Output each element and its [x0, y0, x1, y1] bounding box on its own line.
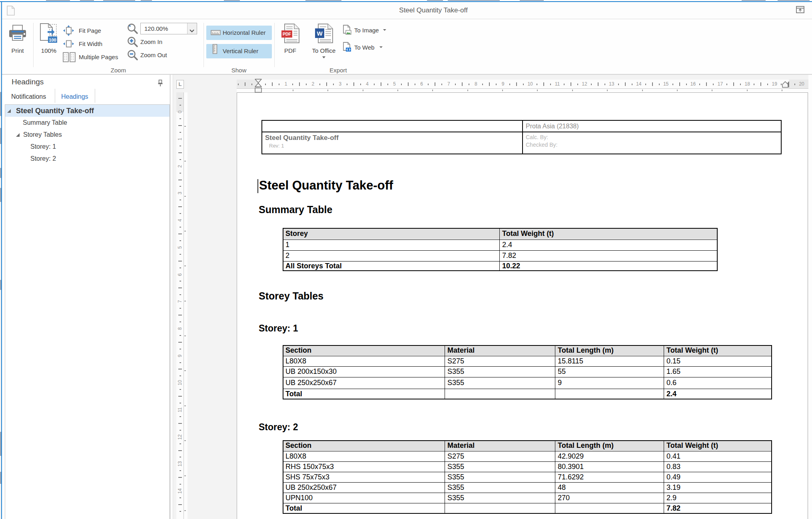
svg-text:100: 100: [49, 38, 56, 42]
svg-text:W: W: [317, 30, 323, 37]
svg-text:PDF: PDF: [283, 32, 291, 36]
